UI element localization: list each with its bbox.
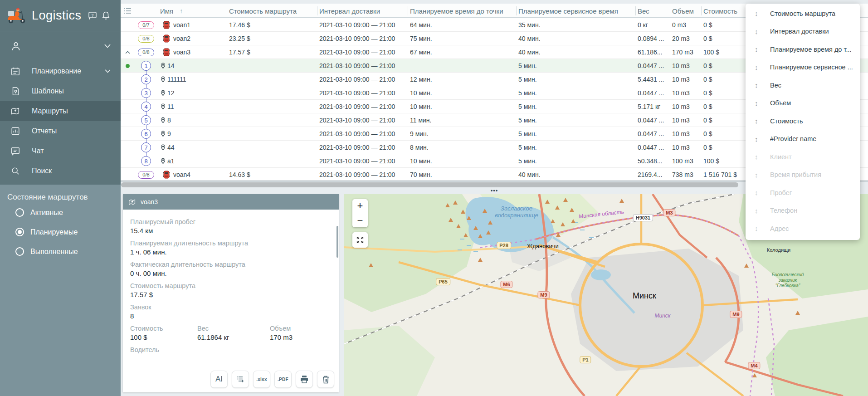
routes-icon (10, 106, 21, 117)
route-state-panel: Состояние маршрутов АктивныеПланируемыеВ… (0, 185, 121, 396)
delete-button[interactable] (317, 371, 334, 388)
weight-cell: 0.0447 ... (635, 62, 670, 69)
column-header-7[interactable]: Объем (670, 4, 701, 18)
sidebar-item-label: Планирование (32, 67, 105, 75)
radio-button[interactable] (15, 208, 24, 217)
route-state-option-2[interactable]: Планируемые (15, 228, 113, 236)
zoom-in-button[interactable]: + (352, 199, 368, 213)
map-zoom-control: + − (352, 199, 368, 227)
service-time-cell: 40 мин. (516, 171, 635, 178)
drag-handle-icon[interactable]: ↕ (755, 45, 770, 53)
add-to-list-button[interactable] (232, 371, 249, 388)
collapse-chevron-icon[interactable] (121, 45, 134, 59)
sidebar-item-чат[interactable]: Чат (0, 141, 121, 161)
columns-menu-item[interactable]: ↕Стоимость маршрута (746, 5, 860, 23)
columns-menu-item[interactable]: ↕Планируемое время до т... (746, 40, 860, 59)
route-state-option-3[interactable]: Выполненные (15, 247, 113, 256)
name-cell: voan1 (158, 21, 227, 29)
sidebar-item-поиск[interactable]: Поиск (0, 161, 121, 181)
field-label: Фактическая длительность маршрута (130, 261, 332, 268)
drag-handle-icon[interactable]: ↕ (755, 64, 770, 71)
volume-cell: 10 m3 (670, 76, 701, 83)
drag-handle-icon[interactable]: ↕ (755, 153, 770, 161)
columns-menu-item-label: Объем (770, 99, 791, 107)
splitter-handle-icon[interactable]: ••• (491, 190, 498, 192)
columns-menu-item[interactable]: ↕Клиент (746, 148, 860, 166)
column-header-8[interactable]: Стоимость (701, 4, 753, 18)
columns-menu-item[interactable]: ↕Стоимость (746, 112, 860, 130)
drag-handle-icon[interactable]: ↕ (755, 28, 770, 35)
help-chat-icon[interactable]: ? (88, 11, 97, 20)
column-header-5[interactable]: Планируемое сервисное время (516, 4, 635, 18)
route-state-option-1[interactable]: Активные (15, 208, 113, 217)
column-header-4[interactable]: Планируемое время до точки (408, 4, 516, 18)
drag-handle-icon[interactable]: ↕ (755, 81, 770, 89)
column-header-6[interactable]: Вес (635, 4, 670, 18)
map-pin-icon (161, 76, 166, 83)
columns-menu-item[interactable]: ↕Адрес (746, 220, 860, 238)
weight-cell: 61.186... (635, 49, 670, 56)
column-header-2[interactable]: Стоимость маршрута (227, 4, 317, 18)
service-time-cell: 40 мин. (516, 49, 635, 56)
drag-handle-icon[interactable]: ↕ (755, 171, 770, 179)
columns-menu-item[interactable]: ↕Вес (746, 76, 860, 94)
radio-button[interactable] (15, 247, 24, 256)
delivery-interval-cell: 2021-03-10 09:00 — 21:00 (317, 49, 408, 56)
columns-menu-item[interactable]: ↕Пробег (746, 184, 860, 202)
sidebar-item-шаблоны[interactable]: Шаблоны (0, 81, 121, 101)
columns-menu-item[interactable]: ↕#Provider name (746, 130, 860, 148)
rename-button[interactable]: AI (210, 371, 228, 388)
volume-cell: 0 m3 (670, 21, 701, 29)
fullscreen-button[interactable] (352, 232, 368, 248)
route-cost-cell: 14.63 $ (227, 171, 317, 178)
column-header-3[interactable]: Интервал доставки (317, 4, 408, 18)
sidebar-item-label: Поиск (32, 167, 111, 175)
drag-handle-icon[interactable]: ↕ (755, 207, 770, 215)
export-pdf-button[interactable]: .PDF (274, 371, 292, 388)
drag-handle-icon[interactable]: ↕ (755, 135, 770, 143)
print-button[interactable] (296, 371, 313, 388)
truck-icon (163, 48, 170, 56)
column-header-1[interactable]: Имя↑ (158, 4, 227, 18)
service-time-cell: 35 мин. (516, 21, 635, 29)
drag-handle-icon[interactable]: ↕ (755, 10, 770, 17)
price-cell: 100 $ (701, 157, 753, 165)
print-icon (300, 375, 309, 384)
columns-menu-item[interactable]: ↕Интервал доставки (746, 23, 860, 41)
columns-menu-item[interactable]: ↕Телефон (746, 202, 860, 220)
sidebar-item-маршруты[interactable]: Маршруты (0, 101, 121, 121)
price-cell: 0 $ (701, 117, 753, 124)
columns-menu-item[interactable]: ↕Объем (746, 94, 860, 112)
horizontal-scrollbar-thumb[interactable] (121, 182, 738, 187)
radio-button[interactable] (15, 228, 24, 236)
fullscreen-expand-icon (356, 236, 364, 244)
columns-menu-item[interactable]: ↕Время прибытия (746, 166, 860, 184)
export-xlsx-button[interactable]: .xlsx (253, 371, 270, 388)
sidebar-item-label: Чат (32, 147, 111, 155)
service-time-cell: 5 мин. (516, 89, 635, 97)
drag-handle-icon[interactable]: ↕ (755, 99, 770, 107)
zoom-out-button[interactable]: − (352, 213, 368, 227)
row-name: voan4 (173, 171, 190, 178)
stop-number-circle: 6 (141, 129, 151, 139)
row-name: a1 (167, 157, 175, 165)
sidebar-item-планирование[interactable]: Планирование (0, 61, 121, 81)
details-scrollbar-thumb[interactable] (336, 226, 338, 258)
table-menu-icon[interactable] (121, 4, 134, 18)
columns-menu-item[interactable]: ↕Планируемое сервисное ... (746, 59, 860, 77)
chevron-down-icon (105, 69, 111, 73)
delivery-interval-cell: 2021-03-10 09:00 — 21:00 (317, 130, 408, 137)
user-menu[interactable] (0, 31, 121, 61)
weight-cell: 0.0447 ... (635, 144, 670, 151)
drag-handle-icon[interactable]: ↕ (755, 189, 770, 196)
notifications-bell-icon[interactable] (102, 11, 110, 20)
drag-handle-icon[interactable]: ↕ (755, 225, 770, 232)
reports-icon (10, 126, 21, 137)
stop-number-circle: 2 (141, 74, 151, 84)
name-cell: 12 (158, 89, 227, 97)
details-title: voan3 (141, 198, 158, 205)
route-map-pin-icon (128, 198, 136, 206)
drag-handle-icon[interactable]: ↕ (755, 117, 770, 125)
driver-label: Водитель (130, 346, 332, 353)
sidebar-item-отчеты[interactable]: Отчеты (0, 121, 121, 141)
